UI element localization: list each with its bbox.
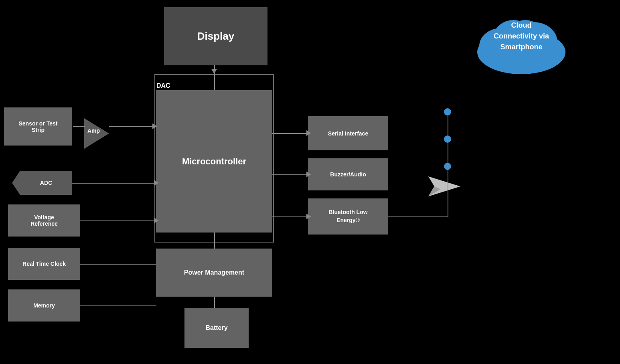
vref-to-mcu-arrow (154, 218, 159, 223)
serial-interface-block: Serial Interface (308, 116, 388, 150)
memory-block: Memory (8, 289, 80, 322)
battery-block: Battery (184, 308, 249, 348)
real-time-clock-label: Real Time Clock (22, 261, 66, 267)
pm-to-battery-line (214, 297, 215, 308)
voltage-reference-label: Voltage Reference (30, 214, 58, 227)
display-block: Display (164, 7, 267, 65)
mcu-to-pm-line (214, 233, 215, 249)
microcontroller-block: Microcontroller (156, 90, 272, 233)
cloud-container: Cloud Connectivity via Smartphone (469, 8, 573, 78)
ble-vertical-to-dots (448, 112, 448, 216)
power-management-block: Power Management (156, 249, 272, 297)
memory-to-mcu-line (80, 305, 156, 306)
sensor-block: Sensor or Test Strip (4, 107, 72, 146)
mcu-to-ble-arrow (306, 214, 311, 219)
sensor-to-amp-line (73, 126, 85, 127)
bluetooth-label: Bluetooth Low Energy® (328, 208, 367, 224)
amp-label: Amp (87, 127, 100, 134)
send-icon (428, 172, 460, 200)
serial-interface-label: Serial Interface (328, 130, 368, 137)
microcontroller-label: Microcontroller (182, 156, 246, 167)
bluetooth-block: Bluetooth Low Energy® (308, 198, 388, 235)
power-management-label: Power Management (184, 269, 244, 276)
send-to-cloud-line (448, 72, 448, 112)
buzzer-audio-label: Buzzer/Audio (330, 171, 366, 178)
memory-label: Memory (33, 302, 55, 309)
mcu-to-serial-line (272, 133, 308, 134)
real-time-clock-block: Real Time Clock (8, 248, 80, 280)
cloud-label: Cloud Connectivity via Smartphone (469, 20, 573, 53)
buzzer-audio-block: Buzzer/Audio (308, 158, 388, 190)
adc-block: ADC (12, 171, 72, 195)
adc-to-mcu-line (72, 183, 156, 184)
mcu-to-ble-line (272, 216, 308, 217)
mcu-to-serial-arrow (306, 130, 311, 136)
mcu-to-buzzer-line (272, 174, 308, 175)
display-label: Display (197, 30, 235, 42)
mcu-to-display-arrow (211, 69, 217, 74)
amp-to-dac-arrow (152, 123, 157, 129)
ble-extension-line (388, 216, 448, 217)
rtc-to-mcu-line (80, 264, 156, 265)
vref-to-mcu-line (80, 220, 156, 221)
sensor-label: Sensor or Test Strip (19, 120, 58, 133)
adc-label: ADC (32, 180, 52, 186)
adc-to-mcu-arrow (154, 180, 159, 186)
voltage-reference-block: Voltage Reference (8, 204, 80, 237)
mcu-to-buzzer-arrow (306, 172, 311, 177)
battery-label: Battery (205, 324, 227, 332)
amp-to-dac-line (109, 126, 154, 127)
